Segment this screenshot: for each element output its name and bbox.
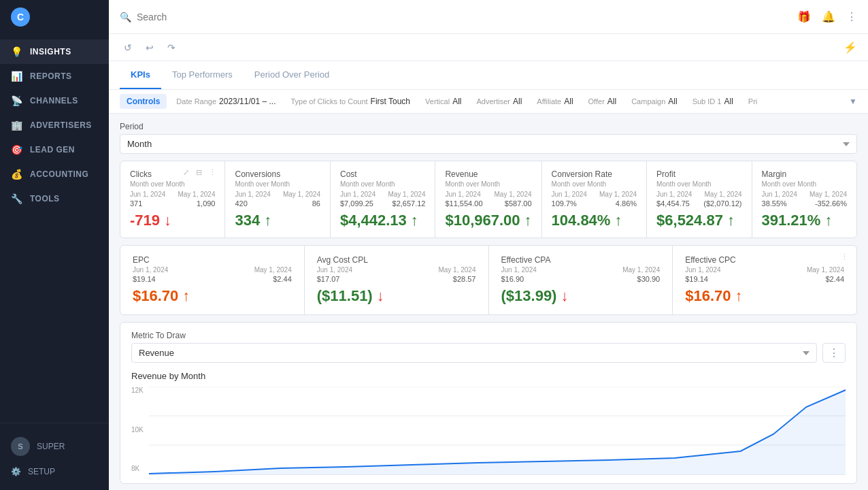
profit-title: Profit: [656, 169, 741, 179]
sidebar-item-accounting[interactable]: 💰 ACCOUNTING: [0, 162, 109, 186]
tab-top-performers[interactable]: Top Performers: [161, 61, 244, 89]
logo-icon: C: [11, 7, 30, 27]
kpi-card-avg-cost-cpl: Avg Cost CPL Jun 1, 2024 May 1, 2024 $17…: [305, 246, 489, 314]
revenue-chart: [149, 387, 846, 475]
expand-icon[interactable]: ⤢: [180, 167, 192, 178]
tab-period-over-period[interactable]: Period Over Period: [244, 61, 341, 89]
filter-vertical[interactable]: Vertical All: [420, 95, 467, 108]
conv-arrow-up: ↑: [264, 212, 271, 229]
sidebar-nav: 💡 INSIGHTS 📊 REPORTS 📡 CHANNELS 🏢 ADVERT…: [0, 34, 109, 423]
kpi-row-2: EPC Jun 1, 2024 May 1, 2024 $19.14 $2.44…: [120, 245, 857, 315]
search-input[interactable]: [137, 12, 273, 22]
filter-click-type[interactable]: Type of Clicks to Count First Touch: [285, 95, 416, 108]
cost-values: $7,099.25 $2,657.12: [340, 199, 425, 208]
filter-affiliate[interactable]: Affiliate All: [531, 95, 578, 108]
clicks-val1: 371: [130, 199, 142, 208]
filter-advertiser[interactable]: Advertiser All: [471, 95, 527, 108]
sidebar-item-label: LEAD GEN: [30, 145, 75, 154]
notification-icon[interactable]: 🔔: [822, 10, 835, 23]
content-area: Period Month Day Week Quarter Year ⤢ ⊟ ⋮…: [109, 114, 868, 490]
undo2-button[interactable]: ↩: [141, 39, 158, 56]
cost-arrow-up: ↑: [411, 212, 418, 229]
sidebar-item-leadgen[interactable]: 🎯 LEAD GEN: [0, 137, 109, 162]
sidebar: C 💡 INSIGHTS 📊 REPORTS 📡 CHANNELS 🏢 ADVE…: [0, 0, 109, 490]
kpi-card-epc: EPC Jun 1, 2024 May 1, 2024 $19.14 $2.44…: [120, 246, 305, 314]
sidebar-item-channels[interactable]: 📡 CHANNELS: [0, 88, 109, 113]
period-select[interactable]: Month Day Week Quarter Year: [120, 134, 857, 154]
clicks-main: -719 ↓: [130, 212, 215, 229]
chart-section: Metric To Draw Revenue Clicks Conversion…: [120, 322, 857, 484]
conv-dates: Jun 1, 2024 May 1, 2024: [235, 191, 320, 198]
y-label-8k: 8K: [131, 465, 144, 472]
sidebar-item-label: ADVERTISERS: [30, 120, 92, 130]
kpi-card-effective-cpc: ⋮ Effective CPC Jun 1, 2024 May 1, 2024 …: [673, 246, 856, 314]
profit-subtitle: Month over Month: [656, 180, 741, 188]
eff-cpa-main: ($13.99) ↓: [501, 287, 661, 305]
undo-button[interactable]: ↺: [120, 39, 136, 56]
clicks-dates: Jun 1, 2024 May 1, 2024: [130, 191, 215, 198]
search-box: 🔍: [120, 12, 789, 22]
filter-pri[interactable]: Pri: [743, 95, 763, 108]
conv-subtitle: Month over Month: [235, 180, 320, 188]
rev-main: $10,967.00 ↑: [445, 212, 531, 229]
sidebar-item-reports[interactable]: 📊 REPORTS: [0, 64, 109, 88]
advertisers-icon: 🏢: [11, 120, 23, 131]
cr-title: Conversion Rate: [552, 169, 637, 179]
margin-values: 38.55% -352.66%: [762, 199, 847, 208]
rev-subtitle: Month over Month: [445, 180, 531, 188]
more-cpc-icon[interactable]: ⋮: [838, 251, 851, 263]
setup-link[interactable]: ⚙️ SETUP: [0, 461, 109, 482]
filters-chevron-icon[interactable]: ▼: [849, 97, 857, 106]
sidebar-item-advertisers[interactable]: 🏢 ADVERTISERS: [0, 113, 109, 137]
search-icon: 🔍: [120, 12, 131, 22]
eff-cpc-arrow-up: ↑: [735, 287, 743, 305]
card-toolbar: ⤢ ⊟ ⋮: [180, 167, 219, 178]
tabs: KPIs Top Performers Period Over Period: [109, 61, 868, 90]
filter-controls[interactable]: Controls: [120, 94, 167, 109]
tab-kpis[interactable]: KPIs: [120, 61, 161, 89]
margin-title: Margin: [762, 169, 847, 179]
kpi-card-cost: Cost Month over Month Jun 1, 2024 May 1,…: [331, 161, 435, 238]
filters-row: Controls Date Range 2023/11/01 – ... Typ…: [109, 90, 868, 114]
epc-title: EPC: [133, 255, 292, 265]
rev-values: $11,554.00 $587.00: [445, 199, 531, 208]
filter-date-range[interactable]: Date Range 2023/11/01 – ...: [171, 95, 281, 108]
more-menu-icon[interactable]: ⋮: [846, 10, 857, 23]
topbar: 🔍 🎁 🔔 ⋮: [109, 0, 868, 34]
filter-sub-id-1[interactable]: Sub ID 1 All: [687, 95, 739, 108]
filter-icon[interactable]: ⚡: [844, 41, 857, 54]
chart-more-button[interactable]: ⋮: [822, 343, 846, 363]
eff-cpc-main: $16.70 ↑: [685, 287, 844, 305]
filter-card-icon[interactable]: ⊟: [193, 167, 205, 178]
metric-label: Metric To Draw: [131, 331, 846, 340]
filter-offer[interactable]: Offer All: [583, 95, 622, 108]
clicks-date2: May 1, 2024: [178, 191, 215, 198]
sidebar-item-label: REPORTS: [30, 71, 72, 81]
conv-main: 334 ↑: [235, 212, 320, 229]
avg-cpl-arrow-down: ↓: [377, 287, 384, 305]
margin-main: 391.21% ↑: [762, 212, 847, 229]
insights-icon: 💡: [11, 46, 23, 57]
main-content: 🔍 🎁 🔔 ⋮ ↺ ↩ ↷ ⚡ KPIs Top Performers Peri…: [109, 0, 868, 490]
cost-subtitle: Month over Month: [340, 180, 425, 188]
cost-title: Cost: [340, 169, 425, 179]
metric-select[interactable]: Revenue Clicks Conversions Cost Profit: [131, 343, 817, 363]
profit-dates: Jun 1, 2024 May 1, 2024: [656, 191, 741, 198]
chart-y-labels: 12K 10K 8K: [131, 387, 144, 475]
sidebar-item-tools[interactable]: 🔧 TOOLS: [0, 186, 109, 211]
user-profile[interactable]: S SUPER: [0, 431, 109, 461]
sidebar-item-insights[interactable]: 💡 INSIGHTS: [0, 39, 109, 64]
eff-cpc-dates: Jun 1, 2024 May 1, 2024: [685, 266, 844, 274]
filter-campaign[interactable]: Campaign All: [626, 95, 682, 108]
tools-icon: 🔧: [11, 193, 23, 204]
more-card-icon[interactable]: ⋮: [206, 167, 219, 178]
chart-container: 12K 10K 8K: [131, 387, 846, 475]
kpi-card-effective-cpa: Effective CPA Jun 1, 2024 May 1, 2024 $1…: [489, 246, 673, 314]
card-toolbar-cpc: ⋮: [838, 251, 851, 263]
gift-icon[interactable]: 🎁: [797, 10, 811, 23]
avg-cpl-values: $17.07 $28.57: [317, 275, 476, 283]
sidebar-item-label: TOOLS: [30, 194, 60, 203]
redo-button[interactable]: ↷: [163, 39, 180, 56]
eff-cpa-values: $16.90 $30.90: [501, 275, 661, 283]
rev-dates: Jun 1, 2024 May 1, 2024: [445, 191, 531, 198]
